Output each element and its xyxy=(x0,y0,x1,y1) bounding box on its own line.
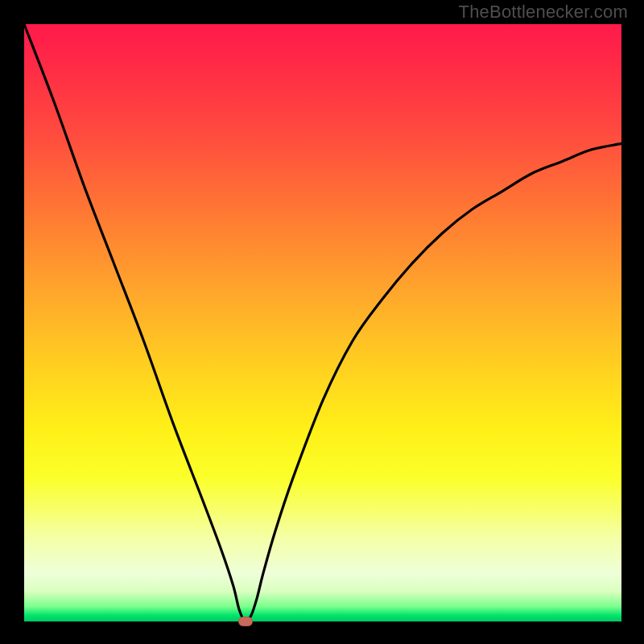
watermark-text: TheBottlenecker.com xyxy=(459,2,628,23)
chart-frame: TheBottlenecker.com xyxy=(0,0,644,644)
bottleneck-curve xyxy=(24,24,621,621)
minimum-marker xyxy=(238,617,253,626)
curve-layer xyxy=(24,24,621,621)
